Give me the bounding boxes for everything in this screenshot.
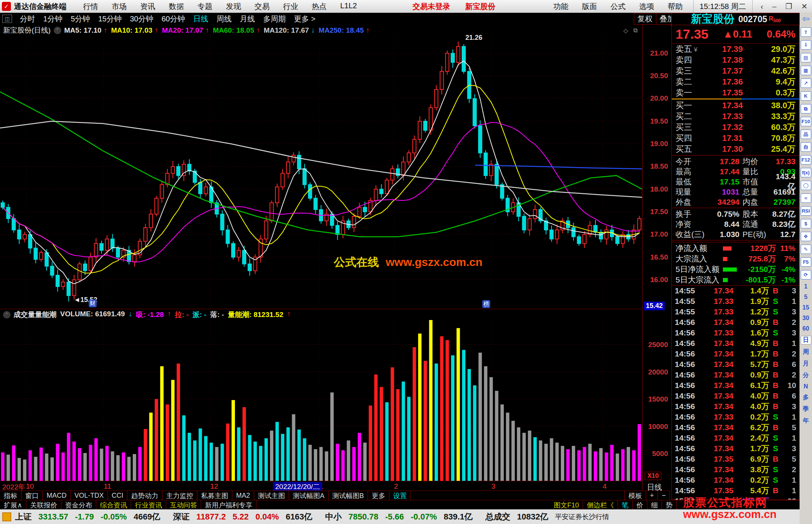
back-arrow-icon[interactable]: ⇦ — [802, 14, 809, 24]
minimize-icon[interactable]: – — [772, 2, 776, 11]
up-arrow-icon[interactable]: ⇧ — [801, 27, 811, 37]
rsi-icon[interactable]: RSI — [801, 206, 811, 216]
timeline-axis[interactable]: 2022年10111212342022/12/20/二 — [0, 481, 670, 491]
tick-row[interactable]: 14:5617.344.0万B3 — [672, 401, 799, 412]
secondary-tab-互动问答[interactable]: 互动问答 — [166, 500, 201, 510]
chevron-down-icon[interactable]: ˇ — [3, 311, 11, 319]
login-status[interactable]: 交易未登录 — [413, 2, 450, 12]
indicator-tab-设置[interactable]: 设置 — [389, 491, 411, 500]
timeframe-1分钟[interactable]: 1分钟 — [43, 14, 62, 24]
f5-icon[interactable]: F5 — [801, 257, 811, 267]
timeframe-30分钟[interactable]: 30分钟 — [130, 14, 153, 24]
tick-tab-势[interactable]: 势 — [662, 500, 677, 510]
secondary-tab-资金分布[interactable]: 资金分布 — [61, 500, 96, 510]
menu-item-功能[interactable]: 功能 — [553, 2, 568, 12]
period-15[interactable]: 15 — [801, 304, 811, 311]
tick-row[interactable]: 14:5617.346.2万B5 — [672, 422, 799, 433]
back-icon[interactable]: ‹ — [761, 2, 764, 11]
window-icon[interactable]: ⧉ — [633, 27, 638, 34]
timeframe-15分钟[interactable]: 15分钟 — [98, 14, 121, 24]
secondary-tab-行业资讯[interactable]: 行业资讯 — [131, 500, 166, 510]
money-icon[interactable]: $ — [801, 219, 811, 228]
refresh-icon[interactable]: ⟳ — [801, 270, 811, 279]
tick-row[interactable]: 14:5617.346.1万B10 — [672, 380, 799, 391]
period-60[interactable]: 60 — [801, 325, 811, 332]
tick-row[interactable]: 14:5617.342.4万S1 — [672, 433, 799, 443]
period-分[interactable]: 分 — [801, 371, 811, 379]
timeframe-周线[interactable]: 周线 — [217, 14, 232, 24]
tick-tab-细[interactable]: 细 — [647, 500, 662, 510]
info-badge-cai[interactable]: 财 — [89, 299, 97, 307]
sell-row[interactable]: 卖三17.3742.6万 — [672, 65, 799, 76]
sell-row[interactable]: 卖四17.3847.3万 — [672, 54, 799, 65]
tick-row[interactable]: 14:5617.330.2万S1 — [672, 412, 799, 422]
menu-item-市场[interactable]: 市场 — [112, 2, 127, 12]
timeframe-60分钟[interactable]: 60分钟 — [162, 14, 185, 24]
indicator-tab-指标[interactable]: 指标 — [0, 491, 21, 500]
tick-row[interactable]: 14:5617.340.9万B2 — [672, 370, 799, 380]
panel-toggle-icon[interactable]: ◫ — [2, 15, 12, 23]
tick-row[interactable]: 14:5617.341.7万B2 — [672, 349, 799, 359]
self-select-icon[interactable]: 自 — [801, 142, 811, 152]
indicator-tab-趋势动力[interactable]: 趋势动力 — [127, 491, 162, 500]
buy-row[interactable]: 买五17.3025.4万 — [672, 143, 799, 154]
template-button[interactable]: 模板 — [624, 491, 646, 500]
index-name[interactable]: 深证 — [173, 511, 189, 522]
tick-row[interactable]: 14:5617.331.6万S3 — [672, 328, 799, 338]
indicator-tab-测试主图[interactable]: 测试主图 — [254, 491, 289, 500]
menu-item-行情[interactable]: 行情 — [83, 2, 98, 12]
timeframe-日线[interactable]: 日线 — [193, 14, 208, 24]
tick-row[interactable]: 14:5517.341.4万B3 — [672, 285, 799, 296]
zoom-out-button[interactable]: − — [658, 491, 670, 500]
info-badge-bang[interactable]: 榜 — [482, 300, 490, 308]
structure-icon[interactable]: 品 — [801, 130, 811, 139]
menu-item-热点[interactable]: 热点 — [312, 2, 327, 12]
tick-row[interactable]: 14:5617.340.9万B2 — [672, 317, 799, 328]
secondary-tab-综合资讯[interactable]: 综合资讯 — [96, 500, 131, 510]
sell-row[interactable]: 卖五 ¥17.3929.0万 — [672, 44, 799, 54]
tick-tab-价[interactable]: 价 — [633, 500, 647, 510]
timeframe-多周期[interactable]: 多周期 — [263, 14, 286, 24]
f10-icon[interactable]: F10 — [801, 117, 811, 126]
close-icon[interactable]: ✕ — [801, 2, 807, 11]
sell-row[interactable]: 卖二17.369.4万 — [672, 76, 799, 87]
restore-icon[interactable]: ❐ — [785, 2, 792, 11]
candlestick-chart[interactable] — [0, 36, 642, 309]
timeframe-月线[interactable]: 月线 — [240, 14, 255, 24]
buy-row[interactable]: 买一17.3438.0万 — [672, 100, 799, 111]
indicator-tab-窗口[interactable]: 窗口 — [21, 491, 43, 500]
indicator-tab-CCI[interactable]: CCI — [108, 491, 127, 500]
menu-item-L1L2[interactable]: L1L2 — [340, 2, 357, 12]
volume-chart[interactable] — [0, 320, 642, 481]
toolbar-button-复权[interactable]: 复权 — [634, 13, 656, 25]
secondary-tab-关联报价[interactable]: 关联报价 — [26, 500, 61, 510]
zoom-in-button[interactable]: + — [646, 491, 658, 500]
chevron-down-icon[interactable]: ˇ — [54, 27, 61, 34]
period-5[interactable]: 5 — [801, 294, 811, 301]
indicator-tab-测试幅图B[interactable]: 测试幅图B — [329, 491, 368, 500]
period-30[interactable]: 30 — [801, 315, 811, 322]
secondary-tab-扩展∧[interactable]: 扩展∧ — [0, 500, 26, 510]
secondary-tab-新用户福利专享[interactable]: 新用户福利专享 — [201, 500, 256, 510]
indicator-tab-MA2[interactable]: MA2 — [232, 491, 254, 500]
indicator-tab-VOL-TDX[interactable]: VOL-TDX — [71, 491, 108, 500]
tick-tab-笔[interactable]: 笔 — [618, 500, 633, 510]
report-icon[interactable]: ▤ — [801, 53, 811, 62]
period-年[interactable]: 年 — [801, 417, 811, 425]
buy-row[interactable]: 买三17.3260.3万 — [672, 122, 799, 133]
menu-item-帮助[interactable]: 帮助 — [668, 2, 683, 12]
pencil-icon[interactable]: ✎ — [801, 245, 811, 254]
tick-row[interactable]: 14:5617.344.0万B6 — [672, 391, 799, 401]
tick-list[interactable]: 14:5517.341.4万B314:5517.331.9万S114:5517.… — [672, 285, 799, 500]
buy-row[interactable]: 买二17.3333.3万 — [672, 111, 799, 122]
period-季[interactable]: 季 — [801, 405, 811, 413]
formula-icon[interactable]: f(x) — [801, 168, 811, 177]
circle-icon[interactable]: ◯ — [801, 181, 811, 190]
menu-item-行业[interactable]: 行业 — [283, 2, 298, 12]
trend-line-icon[interactable]: ↗ — [801, 79, 811, 88]
tick-row[interactable]: 14:5617.345.7万B6 — [672, 359, 799, 370]
period-N[interactable]: N — [801, 383, 811, 390]
menu-item-版面[interactable]: 版面 — [582, 2, 597, 12]
sell-row[interactable]: 卖一17.350.3万 — [672, 87, 799, 98]
tick-row[interactable]: 14:5617.340.2万S1 — [672, 475, 799, 485]
